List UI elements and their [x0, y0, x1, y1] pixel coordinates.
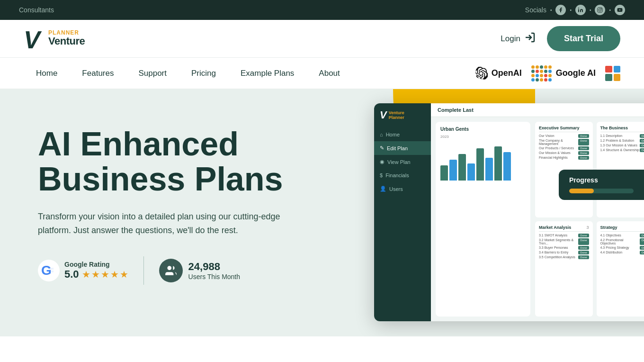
mkt-row-4: 3.4 Barriers to EntryDone	[539, 251, 589, 254]
app-sidebar: V VenturePlanner ⌂Home ✎Edit Plan ◉View …	[374, 103, 431, 321]
svg-point-3	[601, 9, 602, 9]
progress-label: Progress	[569, 176, 634, 184]
star-rating: ★ ★ ★ ★ ★	[82, 269, 128, 280]
chart-bar-1	[440, 165, 448, 181]
done-badge-3: Done	[578, 146, 589, 150]
instagram-icon[interactable]	[595, 5, 605, 15]
openai-icon	[474, 67, 488, 80]
app-nav-home: ⌂Home	[374, 128, 431, 141]
exec-row-5: Financial HighlightsDone	[539, 156, 589, 160]
stats-divider	[143, 256, 144, 285]
logo-v-icon: V	[24, 27, 45, 51]
biz-row-4: 1.4 Structure & OwnershipDone	[600, 148, 644, 152]
home-nav-icon: ⌂	[380, 132, 383, 137]
header: V Planner Venture Login Start Trial	[0, 20, 644, 58]
done-badge-4: Done	[578, 151, 589, 155]
google-rating: G Google Rating 5.0 ★ ★ ★ ★ ★	[38, 260, 128, 281]
star-1: ★	[82, 269, 90, 280]
google-ai-badge: Google AI	[531, 65, 596, 81]
dot-1: •	[550, 8, 552, 13]
users-count: 24,988	[188, 261, 240, 273]
hero-title: AI Enhanced Business Plans	[38, 127, 341, 197]
done-badge-5: Done	[578, 156, 589, 160]
chart-bar-6	[485, 158, 493, 181]
nav-pricing[interactable]: Pricing	[179, 69, 228, 78]
app-screenshot: V VenturePlanner ⌂Home ✎Edit Plan ◉View …	[374, 103, 644, 321]
star-5: ★	[120, 269, 128, 280]
done-badge-2: Done	[578, 139, 589, 145]
linkedin-icon[interactable]	[575, 5, 586, 15]
svg-point-2	[599, 9, 601, 11]
progress-bar-bg	[569, 189, 634, 193]
rating-score: 5.0	[64, 268, 79, 281]
chart-bars	[440, 143, 526, 181]
exec-row-1: Our VisionDone	[539, 134, 589, 138]
start-trial-button[interactable]: Start Trial	[547, 26, 620, 51]
youtube-icon[interactable]	[615, 5, 625, 15]
login-button[interactable]: Login	[501, 32, 536, 45]
consultants-label: Consultants	[19, 6, 54, 14]
app-logo-v: V	[380, 109, 387, 121]
chart-bar-8	[503, 152, 511, 181]
str-row-1: 4.1 ObjectivesDone	[600, 234, 644, 237]
exec-row-3: Our Products / ServicesDone	[539, 146, 589, 150]
app-nav-financials: $Financials	[374, 169, 431, 182]
app-logo: V VenturePlanner	[374, 109, 431, 128]
svg-text:V: V	[24, 27, 42, 51]
google-ai-label: Google AI	[556, 68, 596, 78]
nav-features[interactable]: Features	[70, 69, 126, 78]
mkt-row-5: 3.5 Competition AnalysisDone	[539, 255, 589, 259]
nav-about[interactable]: About	[306, 69, 352, 78]
exec-row-2: The Company & ManagementDone	[539, 139, 589, 145]
chart-bar-7	[494, 146, 502, 181]
hero-section: AI Enhanced Business Plans Transform you…	[0, 89, 644, 336]
svg-rect-1	[598, 8, 602, 12]
rating-details: Google Rating 5.0 ★ ★ ★ ★ ★	[64, 261, 128, 281]
biz-row-1: 1.1 DescriptionDone	[600, 134, 644, 138]
chart-bar-4	[467, 163, 475, 181]
windows-icon	[605, 66, 620, 81]
hero-subtitle: Transform your vision into a detailed pl…	[38, 210, 303, 237]
app-nav-edit-plan: ✎Edit Plan	[374, 141, 431, 155]
logo[interactable]: V Planner Venture	[24, 27, 85, 51]
str-row-4: 4.4 DistributionDone	[600, 251, 644, 254]
nav-support[interactable]: Support	[126, 69, 179, 78]
str-row-2: 4.2 Promotional ObjectivesDone	[600, 238, 644, 245]
chart-bar-5	[476, 148, 484, 181]
login-arrow-icon	[524, 32, 536, 45]
nav-example-plans[interactable]: Example Plans	[228, 69, 306, 78]
chart-subtitle: 2023	[440, 135, 526, 139]
hero-content: AI Enhanced Business Plans Transform you…	[0, 89, 365, 336]
hero-title-line2: Business Plans	[38, 161, 283, 198]
app-body: Urban Gents 2023	[431, 117, 644, 321]
strategy-card-title: Strategy 4	[600, 225, 644, 232]
header-right: Login Start Trial	[501, 26, 620, 51]
logo-text: Planner Venture	[48, 30, 85, 47]
dot-2: •	[570, 8, 572, 13]
svg-point-9	[167, 266, 171, 270]
market-card: Market Analysis 3 3.1 SWOT AnalysisDone …	[535, 221, 593, 317]
app-logo-name: VenturePlanner	[389, 110, 404, 120]
socials-section: Socials • • • •	[525, 5, 625, 15]
market-card-title: Market Analysis 3	[539, 225, 589, 232]
openai-badge: OpenAI	[474, 67, 522, 80]
app-topbar-title: Complete Last	[438, 107, 474, 113]
dot-4: •	[609, 8, 611, 13]
facebook-icon[interactable]	[555, 5, 566, 15]
svg-point-0	[578, 8, 579, 9]
hero-title-line1: AI Enhanced	[38, 126, 239, 163]
chart-bar-2	[449, 160, 457, 181]
nav-home[interactable]: Home	[24, 69, 70, 78]
hero-stats: G Google Rating 5.0 ★ ★ ★ ★ ★	[38, 256, 341, 285]
financials-nav-icon: $	[380, 172, 383, 178]
users-nav-icon: 👤	[380, 186, 386, 192]
hero-visual: V VenturePlanner ⌂Home ✎Edit Plan ◉View …	[365, 89, 644, 336]
logo-venture: Venture	[48, 36, 85, 47]
chart-title: Urban Gents	[440, 127, 526, 132]
users-label: Users This Month	[188, 273, 240, 281]
mkt-row-3: 3.3 Buyer PersonasDone	[539, 246, 589, 250]
data-cards: Executive Summary Our VisionDone The Com…	[535, 117, 644, 321]
str-row-3: 4.3 Pricing StrategyDone	[600, 246, 644, 250]
mkt-row-1: 3.1 SWOT AnalysisDone	[539, 234, 589, 237]
exec-card-title: Executive Summary	[539, 126, 589, 132]
